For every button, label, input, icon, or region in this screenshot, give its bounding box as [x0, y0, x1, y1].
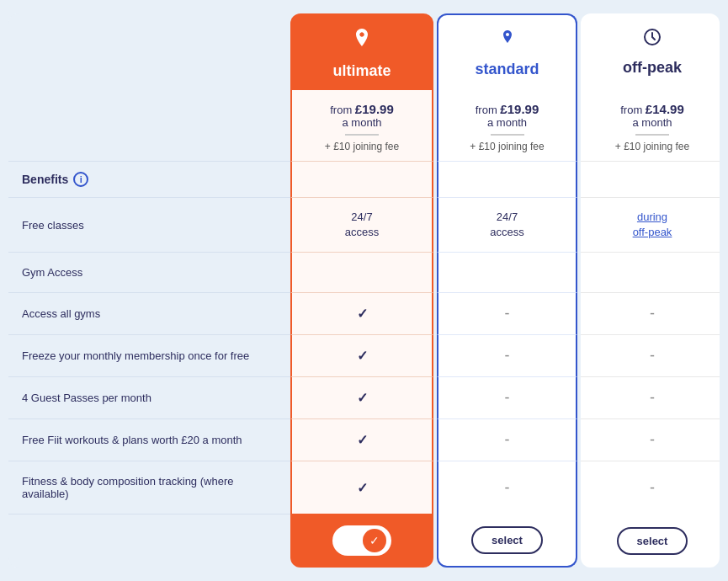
ultimate-freeze-check: ✓	[357, 348, 368, 364]
svg-point-0	[360, 32, 364, 36]
feature-label-guest-passes: 4 Guest Passes per month	[8, 376, 290, 418]
ultimate-fiit-check: ✓	[357, 432, 368, 448]
benefits-offpeak-empty	[581, 161, 720, 197]
feature-offpeak-free-classes: duringoff-peak	[581, 197, 720, 252]
feature-ultimate-fiit: ✓	[290, 418, 433, 461]
feature-label-free-classes: Free classes	[8, 197, 290, 252]
info-icon[interactable]: i	[73, 172, 88, 187]
offpeak-fiit-dash: -	[650, 431, 655, 449]
feature-standard-fitness-tracking: -	[437, 461, 577, 514]
ultimate-price-amount: £19.99	[355, 102, 394, 116]
ultimate-fitness-tracking-check: ✓	[357, 480, 368, 496]
standard-freeze-dash: -	[505, 347, 510, 365]
footer-standard: select	[437, 514, 577, 568]
table-grid: ultimate standard off-peak from £19.99	[8, 13, 720, 568]
standard-free-classes-value: 24/7access	[490, 210, 523, 240]
standard-access-all-gyms-dash: -	[505, 305, 510, 322]
feature-label-access-all-gyms: Access all gyms	[8, 292, 290, 334]
standard-icon	[497, 29, 518, 54]
feature-ultimate-free-classes: 24/7access	[290, 197, 433, 252]
feature-standard-freeze: -	[437, 334, 577, 376]
standard-joining-fee: + £10 joining fee	[445, 141, 569, 152]
feature-offpeak-access-all-gyms: -	[581, 292, 720, 334]
benefits-label-cell: Benefits i	[8, 161, 290, 197]
offpeak-plan-name: off-peak	[623, 59, 682, 77]
ultimate-plan-name: ultimate	[332, 62, 391, 80]
feature-ultimate-guest-passes: ✓	[290, 376, 433, 418]
feature-label-gym-access: Gym Access	[8, 252, 290, 292]
selected-toggle[interactable]: ✓	[332, 525, 391, 556]
feature-ultimate-freeze: ✓	[290, 334, 433, 376]
ultimate-guest-passes-check: ✓	[357, 390, 368, 406]
offpeak-joining-fee: + £10 joining fee	[587, 141, 717, 152]
header-ultimate: ultimate	[290, 13, 433, 90]
feature-offpeak-guest-passes: -	[581, 376, 720, 418]
select-standard-button[interactable]: select	[471, 526, 543, 554]
offpeak-access-all-gyms-dash: -	[650, 305, 655, 322]
standard-price-amount: £19.99	[500, 102, 539, 116]
standard-guest-passes-dash: -	[505, 389, 510, 407]
standard-fiit-dash: -	[505, 431, 510, 449]
offpeak-free-classes-value: duringoff-peak	[633, 210, 672, 240]
feature-ultimate-fitness-tracking: ✓	[290, 461, 433, 514]
pricing-table: ultimate standard off-peak from £19.99	[8, 13, 720, 568]
ultimate-price-from: from £19.99	[299, 102, 425, 116]
standard-fitness-tracking-dash: -	[505, 479, 510, 497]
feature-offpeak-freeze: -	[581, 334, 720, 376]
price-empty	[8, 90, 290, 161]
benefits-label: Benefits	[22, 173, 68, 186]
price-offpeak: from £14.99 a month + £10 joining fee	[581, 90, 720, 161]
ultimate-joining-fee: + £10 joining fee	[299, 141, 425, 152]
feature-standard-gym-access	[437, 252, 577, 292]
feature-label-fiit: Free Fiit workouts & plans worth £20 a m…	[8, 418, 290, 461]
header-empty	[8, 13, 290, 90]
footer-empty	[8, 514, 290, 568]
feature-standard-access-all-gyms: -	[437, 292, 577, 334]
offpeak-guest-passes-dash: -	[650, 389, 655, 407]
offpeak-icon	[642, 27, 662, 52]
footer-ultimate-selected: ✓	[290, 514, 433, 568]
feature-ultimate-access-all-gyms: ✓	[290, 292, 433, 334]
standard-plan-name: standard	[475, 61, 539, 78]
header-offpeak: off-peak	[581, 13, 720, 90]
feature-offpeak-fitness-tracking: -	[581, 461, 720, 514]
standard-price-from: from £19.99	[445, 102, 569, 116]
offpeak-freeze-dash: -	[650, 347, 655, 365]
feature-standard-fiit: -	[437, 418, 577, 461]
offpeak-price-period: a month	[587, 116, 717, 129]
price-ultimate: from £19.99 a month + £10 joining fee	[290, 90, 433, 161]
header-standard: standard	[437, 13, 577, 90]
ultimate-price-period: a month	[299, 116, 425, 129]
feature-label-freeze: Freeze your monthly membership once for …	[8, 334, 290, 376]
feature-offpeak-gym-access	[581, 252, 720, 292]
price-standard: from £19.99 a month + £10 joining fee	[437, 90, 577, 161]
offpeak-price-amount: £14.99	[646, 102, 684, 116]
benefits-standard-empty	[437, 161, 577, 197]
feature-standard-free-classes: 24/7access	[437, 197, 577, 252]
feature-standard-guest-passes: -	[437, 376, 577, 418]
ultimate-access-all-gyms-check: ✓	[357, 306, 368, 322]
footer-offpeak: select	[581, 514, 720, 568]
select-offpeak-button[interactable]: select	[617, 527, 688, 555]
offpeak-fitness-tracking-dash: -	[650, 479, 655, 497]
ultimate-icon	[350, 27, 374, 56]
benefits-ultimate-empty	[290, 161, 433, 197]
feature-ultimate-gym-access	[290, 252, 433, 292]
standard-price-period: a month	[445, 116, 569, 129]
feature-label-fitness-tracking: Fitness & body composition tracking (whe…	[8, 461, 290, 514]
feature-offpeak-fiit: -	[581, 418, 720, 461]
offpeak-price-from: from £14.99	[587, 102, 717, 116]
selected-checkmark: ✓	[363, 529, 386, 552]
ultimate-free-classes-value: 24/7access	[345, 210, 379, 240]
